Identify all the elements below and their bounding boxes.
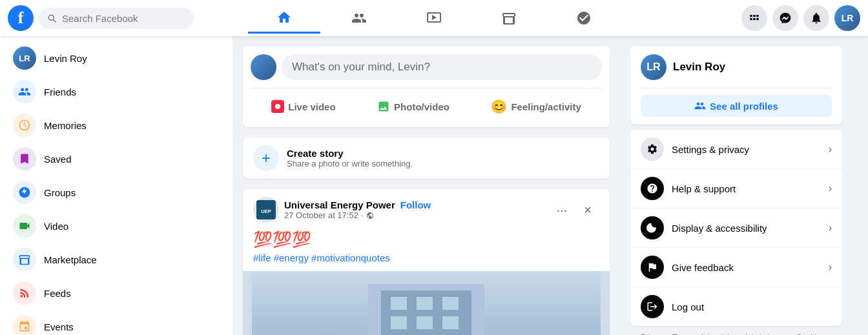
post-avatar [251,54,276,80]
feedback-label: Give feedback [672,262,734,273]
post-input-row: What's on your mind, Levin? [251,54,602,80]
logout-label: Log out [672,301,704,312]
live-video-button[interactable]: Live video [261,94,346,119]
feed-post: UEP Universal Energy Power Follow 27 Oct… [243,189,610,335]
nav-right: LR [741,5,860,31]
display-label: Display & accessibility [672,223,767,234]
sidebar-item-saved[interactable]: Saved [5,142,227,176]
post-follow-link[interactable]: Follow [400,199,431,210]
nav-left: f [8,5,194,31]
sidebar-saved-label: Saved [44,154,72,165]
watch-icon [426,10,442,26]
nav-friends-button[interactable] [323,3,395,34]
post-author-name: Universal Energy Power [284,199,395,210]
nav-center [248,3,620,34]
notifications-button[interactable] [803,5,829,31]
post-close-button[interactable]: × [576,198,599,221]
nav-marketplace-button[interactable] [473,3,545,34]
sidebar-video-label: Video [44,221,68,232]
display-chevron: › [829,222,832,234]
messenger-button[interactable] [772,5,798,31]
plus-icon-circle: + [253,145,279,171]
sidebar-item-video[interactable]: Video [5,209,227,243]
post-actions: Live video Photo/video 😊 Feeling/activit… [251,88,602,119]
sidebar-item-memories[interactable]: Memories [5,108,227,142]
search-icon [46,13,57,23]
post-more-button[interactable]: ··· [550,198,574,221]
post-input[interactable]: What's on your mind, Levin? [282,54,602,80]
feeds-sidebar-icon [13,281,36,305]
menu-item-feedback[interactable]: Give feedback › [630,248,842,287]
menu-item-settings-left: Settings & privacy [641,137,749,161]
sidebar-marketplace-label: Marketplace [44,254,97,265]
top-navigation: f LR [0,0,868,36]
post-timestamp: 27 October at 17:52 [284,210,358,220]
sidebar-item-events[interactable]: Events [5,310,227,335]
post-emojis: 💯💯💯 [253,230,599,249]
sidebar-item-profile[interactable]: LR Levin Roy [5,41,227,75]
svg-rect-6 [417,297,433,310]
svg-rect-5 [391,297,407,310]
right-panel: LR Levin Roy See all profiles Settings &… [620,36,852,335]
post-author-avatar: UEP [253,197,279,223]
menu-item-settings[interactable]: Settings & privacy › [630,130,842,169]
post-author-meta: 27 October at 17:52 · [284,210,431,220]
video-sidebar-icon [13,214,36,238]
post-hashtags[interactable]: #life #energy #motivationquotes [253,252,599,263]
help-icon [646,183,658,194]
help-chevron: › [829,183,832,194]
sidebar-groups-label: Groups [44,187,76,198]
plus-icon: + [262,149,271,167]
grid-menu-button[interactable] [741,5,767,31]
sidebar-feeds-label: Feeds [44,288,71,299]
sidebar-user-name: Levin Roy [44,53,87,64]
nav-watch-button[interactable] [398,3,470,34]
feeling-button[interactable]: 😊 Feeling/activity [480,94,591,119]
profile-icon [576,10,592,26]
svg-rect-9 [417,316,433,329]
search-input[interactable] [62,13,186,24]
post-author-details: Universal Energy Power Follow 27 October… [284,199,431,220]
energy-logo: UEP [256,200,276,219]
help-icon-circle [641,177,664,200]
menu-item-help-left: Help & support [641,177,736,200]
user-avatar[interactable]: LR [834,5,860,31]
display-icon-circle [641,216,664,239]
nav-home-button[interactable] [248,3,320,34]
sidebar-item-feeds[interactable]: Feeds [5,276,227,310]
svg-rect-8 [391,316,407,329]
facebook-logo[interactable]: f [8,5,34,31]
saved-sidebar-icon [13,147,36,170]
menu-item-display[interactable]: Display & accessibility › [630,208,842,248]
events-sidebar-icon [13,315,36,335]
sidebar-item-friends[interactable]: Friends [5,75,227,108]
logo-letter: f [18,10,24,26]
messenger-icon [779,12,792,25]
search-bar[interactable] [39,8,194,29]
post-options: ··· × [550,198,599,221]
building-svg [243,271,610,335]
create-story-box[interactable]: + Create story Share a photo or write so… [243,137,610,179]
menu-item-feedback-left: Give feedback [641,256,734,279]
logout-icon [646,301,658,312]
logout-icon-circle [641,295,664,318]
settings-icon-circle [641,137,664,161]
friends-icon [351,10,367,26]
groups-sidebar-icon [13,181,36,204]
profile-card-avatar: LR [641,54,666,80]
feed-post-header: UEP Universal Energy Power Follow 27 Oct… [243,189,610,230]
sidebar-item-marketplace[interactable]: Marketplace [5,243,227,276]
profiles-icon [694,100,706,112]
sidebar-item-groups[interactable]: Groups [5,176,227,209]
see-all-profiles-button[interactable]: See all profiles [641,95,832,117]
photo-video-button[interactable]: Photo/video [367,94,460,119]
profile-card: LR Levin Roy See all profiles [630,46,842,125]
photo-label: Photo/video [394,101,450,112]
menu-item-help[interactable]: Help & support › [630,169,842,208]
grid-icon [748,12,761,25]
nav-profile-button[interactable] [548,3,620,34]
create-story-subtitle: Share a photo or write something. [287,159,413,168]
menu-card: Settings & privacy › Help & support › [630,130,842,326]
menu-item-logout[interactable]: Log out [630,287,842,326]
create-story-title: Create story [287,148,413,159]
